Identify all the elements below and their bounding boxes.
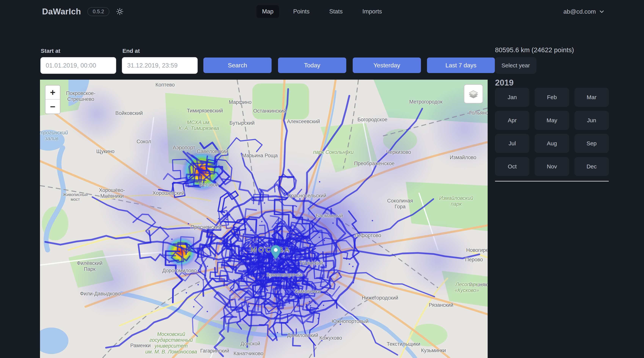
- tab-imports[interactable]: Imports: [357, 5, 388, 18]
- chevron-down-icon: [599, 9, 604, 14]
- end-at-label: End at: [122, 48, 140, 54]
- search-button[interactable]: Search: [203, 57, 272, 73]
- theme-toggle-sun-icon[interactable]: [116, 7, 124, 15]
- month-button-jul[interactable]: Jul: [495, 134, 529, 153]
- start-at-input[interactable]: [40, 57, 116, 74]
- navbar: DaWarIch 0.5.2 MapPointsStatsImports ab@…: [0, 0, 644, 23]
- month-button-apr[interactable]: Apr: [495, 111, 529, 130]
- month-button-dec[interactable]: Dec: [574, 157, 609, 176]
- month-button-jan[interactable]: Jan: [495, 88, 529, 107]
- marker-pin[interactable]: [270, 245, 281, 260]
- month-button-sep[interactable]: Sep: [574, 134, 609, 153]
- year-heading: 2019: [495, 78, 514, 87]
- yesterday-button[interactable]: Yesterday: [353, 57, 421, 73]
- month-button-mar[interactable]: Mar: [574, 88, 609, 107]
- map-canvas[interactable]: Покровское- СтрешневоКоптевоТимирязевски…: [40, 80, 488, 358]
- layers-icon: [468, 88, 479, 100]
- tab-points[interactable]: Points: [288, 5, 315, 18]
- account-menu[interactable]: ab@cd.com: [564, 0, 604, 23]
- map-tiles: [40, 80, 488, 358]
- last-7-days-button[interactable]: Last 7 days: [427, 57, 495, 73]
- month-button-may[interactable]: May: [535, 111, 569, 130]
- zoom-control: + −: [45, 85, 60, 114]
- month-button-aug[interactable]: Aug: [535, 134, 569, 153]
- end-at-input[interactable]: [122, 57, 198, 74]
- version-badge: 0.5.2: [87, 7, 109, 16]
- start-at-label: Start at: [41, 48, 60, 54]
- zoom-out-button[interactable]: −: [46, 100, 60, 114]
- distance-stats: 80595.6 km (24622 points): [495, 46, 574, 54]
- select-year-button[interactable]: Select year: [495, 57, 536, 74]
- month-button-oct[interactable]: Oct: [495, 157, 529, 176]
- app-logo[interactable]: DaWarIch: [42, 7, 81, 16]
- layers-control[interactable]: [464, 84, 483, 104]
- sidebar-divider: [495, 181, 609, 181]
- today-button[interactable]: Today: [278, 57, 346, 73]
- tab-stats[interactable]: Stats: [324, 5, 348, 18]
- month-button-nov[interactable]: Nov: [535, 157, 569, 176]
- month-button-jun[interactable]: Jun: [574, 111, 609, 130]
- account-email: ab@cd.com: [564, 8, 596, 15]
- tab-map[interactable]: Map: [256, 5, 279, 18]
- zoom-in-button[interactable]: +: [46, 86, 60, 100]
- main-tabs: MapPointsStatsImports: [256, 0, 388, 23]
- month-grid: JanFebMarAprMayJunJulAugSepOctNovDec: [495, 88, 609, 176]
- month-button-feb[interactable]: Feb: [535, 88, 569, 107]
